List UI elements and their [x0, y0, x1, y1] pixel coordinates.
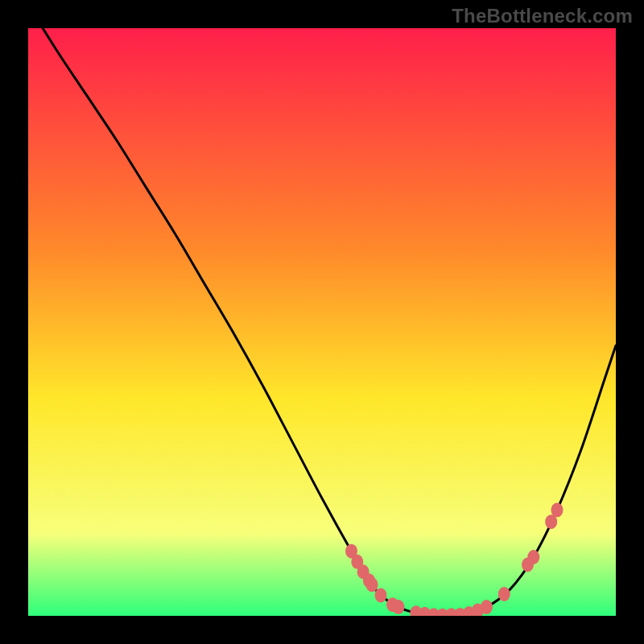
bottleneck-chart: [0, 0, 644, 644]
chart-container: { "watermark": "TheBottleneck.com", "col…: [0, 0, 644, 644]
data-marker: [392, 600, 404, 614]
gradient-background: [28, 28, 616, 616]
data-marker: [527, 550, 539, 564]
data-marker: [366, 577, 378, 592]
watermark-text: TheBottleneck.com: [452, 5, 633, 27]
data-marker: [498, 587, 510, 601]
data-marker: [481, 600, 493, 614]
data-marker: [551, 503, 564, 518]
data-marker: [375, 588, 387, 602]
